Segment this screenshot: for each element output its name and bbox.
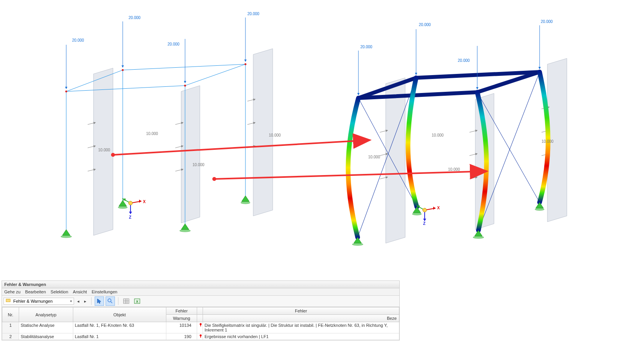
panel-toolbar: ▾ ◂ ▸ X <box>2 296 399 307</box>
svg-marker-22 <box>181 224 189 230</box>
svg-point-12 <box>65 91 67 93</box>
svg-point-34 <box>129 201 132 205</box>
cell-type: Stabilitätsanalyse <box>19 333 73 340</box>
svg-rect-78 <box>6 299 11 302</box>
errors-table[interactable]: Nr. Analysetyp Objekt Fehler Fehler Warn… <box>2 307 399 340</box>
svg-point-80 <box>108 299 111 302</box>
table-row[interactable]: 2 Stabilitätsanalyse Lastfall Nr. 1 190 … <box>2 333 399 340</box>
error-flag-icon <box>197 333 203 340</box>
col-beze[interactable]: Beze <box>203 315 399 322</box>
svg-point-62 <box>473 236 484 239</box>
svg-marker-26 <box>242 196 249 202</box>
load-label: 20.000 <box>247 12 259 16</box>
axis-y: Y <box>416 204 419 209</box>
left-3d-view[interactable] <box>16 8 304 249</box>
table-tool[interactable] <box>122 296 131 306</box>
load-label: 20.000 <box>168 42 180 46</box>
col-flag[interactable] <box>197 307 203 315</box>
col-fehler[interactable]: Fehler <box>166 307 197 315</box>
svg-rect-82 <box>124 299 129 303</box>
svg-rect-79 <box>7 300 9 300</box>
load-label: 10.000 <box>432 133 444 137</box>
axis-z: Z <box>423 221 425 226</box>
menu-settings[interactable]: Einstellungen <box>92 289 117 294</box>
axis-x: X <box>437 206 440 210</box>
cell-message: Die Steifigkeitsmatrix ist singulär. | D… <box>203 322 399 333</box>
table-row[interactable]: 1 Statische Analyse Lastfall Nr. 1, FE-K… <box>2 322 399 333</box>
cell-nr: 1 <box>2 322 19 333</box>
errors-warnings-panel: Fehler & Warnungen Gehe zu Bearbeiten Se… <box>2 281 400 340</box>
menu-go-to[interactable]: Gehe zu <box>4 289 21 294</box>
load-label: 20.000 <box>419 23 431 27</box>
svg-point-15 <box>245 63 247 65</box>
cell-message: Ergebnisse nicht vorhanden | LF1 <box>203 333 399 340</box>
menu-edit[interactable]: Bearbeiten <box>25 289 46 294</box>
cell-nr: 2 <box>2 333 19 340</box>
filter-input[interactable] <box>12 298 69 304</box>
svg-marker-1 <box>181 86 200 223</box>
svg-marker-33 <box>129 212 132 214</box>
svg-point-13 <box>184 85 186 87</box>
load-label: 20.000 <box>541 19 553 24</box>
cell-type: Statische Analyse <box>19 322 73 333</box>
axis-z: Z <box>129 215 131 219</box>
svg-point-21 <box>61 235 72 238</box>
load-label: 10.000 <box>192 163 205 167</box>
col-warnung[interactable]: Warnung <box>166 315 197 322</box>
svg-marker-59 <box>354 237 362 243</box>
cell-object: Lastfall Nr. 1, FE-Knoten Nr. 63 <box>73 322 166 333</box>
svg-point-89 <box>200 323 202 325</box>
svg-point-73 <box>423 208 427 212</box>
load-label: 20.000 <box>129 16 141 20</box>
axis-y: Y <box>122 198 125 202</box>
svg-marker-68 <box>433 207 436 210</box>
error-flag-icon <box>197 322 203 333</box>
col-analysetyp[interactable]: Analysetyp <box>19 307 73 322</box>
col-fehler2[interactable]: Fehler <box>203 307 399 315</box>
svg-rect-92 <box>200 336 201 338</box>
menu-select[interactable]: Selektion <box>51 289 68 294</box>
col-objekt[interactable]: Objekt <box>73 307 166 322</box>
svg-marker-61 <box>475 230 482 236</box>
svg-text:X: X <box>136 300 138 303</box>
next-button[interactable]: ▸ <box>83 298 88 305</box>
svg-point-91 <box>200 335 202 337</box>
svg-marker-65 <box>536 202 543 208</box>
svg-point-64 <box>412 213 422 215</box>
chevron-down-icon[interactable]: ▾ <box>70 299 72 303</box>
app-canvas: 20.000 20.000 20.000 20.000 10.000 10.00… <box>0 0 644 356</box>
panel-title: Fehler & Warnungen <box>2 281 399 288</box>
zoom-tool[interactable] <box>106 296 115 306</box>
svg-marker-72 <box>423 219 426 221</box>
filter-dropdown[interactable]: ▾ <box>4 298 74 305</box>
export-excel-tool[interactable]: X <box>132 296 142 306</box>
svg-rect-90 <box>200 325 201 326</box>
filter-icon <box>5 298 11 304</box>
load-label: 20.000 <box>72 38 84 42</box>
col-nr[interactable]: Nr. <box>2 307 19 322</box>
svg-point-27 <box>241 202 250 204</box>
load-label: 10.000 <box>269 133 281 137</box>
svg-point-25 <box>118 206 127 209</box>
svg-marker-35 <box>386 78 405 243</box>
select-tool[interactable] <box>95 296 104 306</box>
svg-line-81 <box>111 302 112 303</box>
load-label: 10.000 <box>368 155 380 159</box>
svg-point-66 <box>535 208 544 210</box>
prev-button[interactable]: ◂ <box>76 298 81 305</box>
svg-marker-2 <box>253 49 273 216</box>
cell-code: 10134 <box>166 322 197 333</box>
svg-marker-29 <box>139 200 141 203</box>
svg-point-60 <box>352 243 363 246</box>
menu-view[interactable]: Ansicht <box>73 289 87 294</box>
load-label: 20.000 <box>458 58 470 63</box>
load-label: 10.000 <box>448 167 460 172</box>
separator <box>118 297 118 305</box>
right-3d-view[interactable] <box>316 8 604 257</box>
axis-x: X <box>143 200 146 204</box>
panel-menubar: Gehe zu Bearbeiten Selektion Ansicht Ein… <box>2 288 399 296</box>
cell-object: Lastfall Nr. 1 <box>73 333 166 340</box>
load-label: 10.000 <box>98 148 110 152</box>
svg-point-23 <box>180 230 191 232</box>
svg-marker-20 <box>62 230 70 235</box>
